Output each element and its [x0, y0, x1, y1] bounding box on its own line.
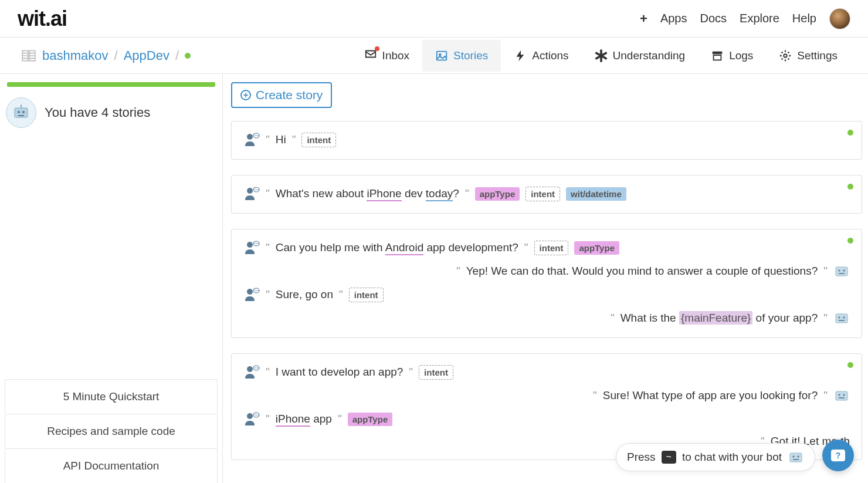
notification-dot-icon [375, 46, 379, 51]
footer-apidocs[interactable]: API Documentation [5, 448, 218, 483]
nav-understanding-label: Understanding [613, 49, 686, 62]
msg-text: Sure! What type of app are you looking f… [603, 389, 818, 402]
quote-close: " [338, 413, 342, 425]
svg-point-19 [256, 189, 257, 190]
chat-hint-pill[interactable]: Press ~ to chat with your bot [616, 443, 815, 471]
msg-text: Sure, go on [276, 288, 333, 301]
layout: You have 4 stories 5 Minute Quickstart R… [0, 74, 868, 483]
story-card[interactable]: "Can you help me with Android app develo… [231, 229, 862, 338]
svg-point-34 [257, 290, 259, 291]
svg-point-18 [255, 189, 256, 190]
nav-help[interactable]: Help [792, 12, 816, 25]
svg-point-16 [247, 188, 253, 194]
nav-docs[interactable]: Docs [700, 12, 727, 25]
status-dot-icon [847, 130, 853, 136]
breadcrumb: bashmakov / AppDev / [21, 48, 191, 63]
tag-intent[interactable]: intent [534, 241, 569, 255]
svg-point-4 [784, 54, 788, 58]
svg-point-6 [18, 111, 20, 113]
svg-point-37 [843, 316, 845, 319]
tag-apptype[interactable]: appType [574, 241, 619, 255]
svg-point-33 [256, 290, 257, 291]
quote-close: " [465, 187, 469, 200]
create-story-label: Create story [256, 88, 323, 102]
svg-point-51 [256, 414, 257, 416]
quote-close: " [823, 312, 828, 325]
svg-point-10 [21, 105, 22, 107]
user-message: "iPhone app" appType [243, 411, 850, 427]
plus-icon[interactable]: + [640, 11, 647, 26]
tag-datetime[interactable]: wit/datetime [566, 187, 626, 201]
user-say-icon [243, 287, 260, 302]
svg-rect-3 [714, 55, 721, 60]
nav-stories[interactable]: Stories [422, 40, 501, 72]
nav-logs[interactable]: Logs [698, 40, 766, 72]
quote-close: " [409, 366, 413, 379]
svg-rect-8 [18, 115, 24, 116]
variable-token: {mainFeature} [679, 311, 752, 325]
bot-message: "Yep! We can do that. Would you mind to … [243, 264, 850, 279]
story-card[interactable]: "What's new about iPhone dev today?" app… [231, 175, 862, 214]
story-card[interactable]: "Hi" intent [231, 121, 862, 160]
nav-actions[interactable]: Actions [501, 40, 581, 72]
msg-text: Hi [276, 133, 286, 146]
nav-apps[interactable]: Apps [660, 12, 687, 25]
svg-point-14 [256, 135, 257, 136]
status-dot-icon [847, 362, 853, 368]
footer-recipes[interactable]: Recipes and sample code [5, 414, 218, 448]
tag-intent[interactable]: intent [349, 288, 384, 302]
main-nav: Inbox Stories Actions Understanding Logs… [351, 38, 850, 73]
sidebar-footer: 5 Minute Quickstart Recipes and sample c… [0, 379, 222, 483]
chat-hint-rest: to chat with your bot [682, 451, 782, 464]
bot-icon [833, 310, 850, 326]
nav-inbox[interactable]: Inbox [351, 38, 422, 73]
bot-icon [833, 388, 850, 403]
svg-point-24 [256, 243, 257, 244]
asterisk-icon [595, 49, 608, 62]
quote-open: " [593, 389, 597, 402]
user-message: "I want to develop an app?" intent [243, 364, 850, 380]
content: + Create story "Hi" intent "What's new a… [223, 74, 868, 483]
svg-rect-35 [836, 314, 847, 323]
nav-explore[interactable]: Explore [740, 12, 779, 25]
create-story-button[interactable]: + Create story [231, 82, 332, 108]
msg-text: I want to develop an app? [276, 366, 404, 379]
quote-open: " [266, 413, 270, 425]
svg-point-52 [257, 414, 259, 416]
svg-point-28 [843, 269, 845, 272]
svg-point-23 [255, 243, 256, 244]
user-avatar[interactable] [829, 8, 850, 29]
tag-intent[interactable]: intent [301, 133, 336, 147]
tag-intent[interactable]: intent [419, 365, 453, 380]
logo[interactable]: wit.ai [18, 6, 67, 31]
svg-point-45 [838, 394, 840, 396]
tilde-key-icon: ~ [662, 451, 676, 464]
svg-rect-53 [790, 453, 802, 462]
svg-rect-47 [839, 397, 845, 398]
tag-apptype[interactable]: appType [475, 187, 520, 201]
breadcrumb-sep: / [175, 48, 179, 63]
user-message: "Can you help me with Android app develo… [243, 240, 850, 255]
bot-message: "Sure! What type of app are you looking … [243, 388, 850, 403]
tag-intent[interactable]: intent [525, 187, 560, 201]
nav-settings[interactable]: Settings [766, 40, 850, 72]
progress-bar [7, 82, 215, 87]
nav-understanding[interactable]: Understanding [582, 40, 699, 72]
entity-appType: Android [385, 241, 424, 255]
quote-close: " [823, 265, 828, 278]
svg-point-46 [843, 394, 845, 396]
svg-point-54 [792, 455, 795, 458]
breadcrumb-user[interactable]: bashmakov [42, 48, 108, 63]
user-message: "Sure, go on" intent [243, 287, 850, 302]
chat-hint-press: Press [627, 451, 656, 464]
help-fab-button[interactable]: ? [822, 440, 854, 471]
top-nav: + Apps Docs Explore Help [640, 8, 850, 29]
breadcrumb-app[interactable]: AppDev [124, 48, 169, 63]
svg-point-50 [255, 414, 256, 416]
tag-apptype[interactable]: appType [348, 413, 393, 426]
user-say-icon [243, 132, 260, 147]
quote-open: " [266, 133, 270, 146]
nav-settings-label: Settings [797, 49, 838, 62]
quote-open: " [611, 312, 615, 325]
footer-quickstart[interactable]: 5 Minute Quickstart [5, 379, 218, 414]
